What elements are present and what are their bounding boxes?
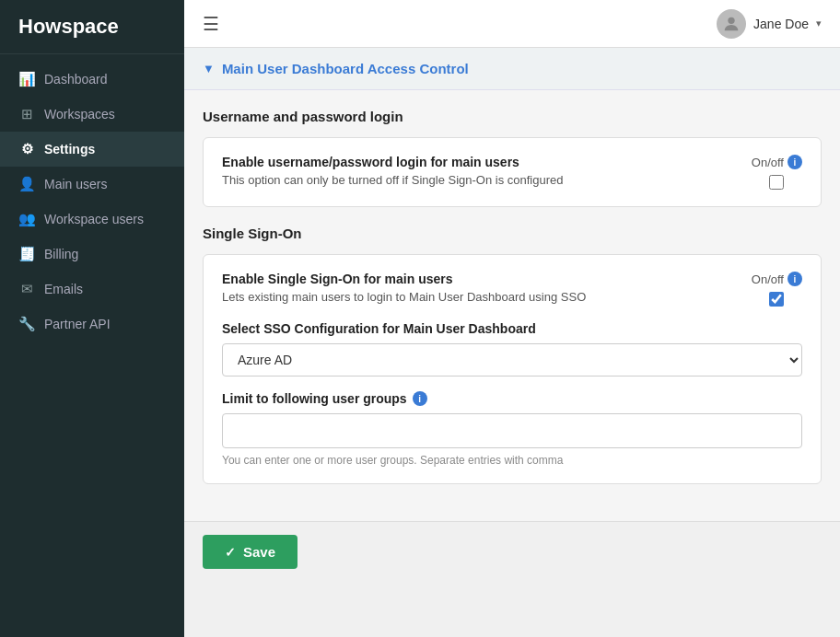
svg-point-0: [728, 17, 734, 23]
main-wrapper: ☰ Jane Doe ▾ ▼ Main User Dashboard Acces…: [184, 0, 840, 637]
sidebar-item-emails[interactable]: ✉ Emails: [0, 272, 184, 307]
sidebar-item-partner-api[interactable]: 🔧 Partner API: [0, 307, 184, 342]
limit-info-icon[interactable]: i: [413, 391, 427, 406]
sidebar-item-dashboard[interactable]: 📊 Dashboard: [0, 62, 184, 97]
sidebar-item-label: Main users: [44, 177, 107, 191]
sso-card-left: Enable Single Sign-On for main users Let…: [222, 272, 737, 304]
sso-enable-row: Enable Single Sign-On for main users Let…: [222, 272, 802, 307]
sidebar-item-label: Dashboard: [44, 72, 108, 87]
sidebar: Howspace 📊 Dashboard ⊞ Workspaces ⚙ Sett…: [0, 0, 184, 637]
sidebar-item-label: Partner API: [44, 317, 111, 331]
workspace-users-icon: 👥: [18, 211, 35, 227]
sso-info-icon[interactable]: i: [788, 272, 802, 286]
sso-enable-toggle[interactable]: [769, 292, 784, 307]
section-header: ▼ Main User Dashboard Access Control: [184, 48, 840, 90]
username-enable-title: Enable username/password login for main …: [222, 155, 737, 169]
username-card-right: On/off i: [752, 155, 802, 190]
sidebar-item-billing[interactable]: 🧾 Billing: [0, 237, 184, 272]
sso-card: Enable Single Sign-On for main users Let…: [203, 254, 822, 484]
username-section-title: Username and password login: [203, 109, 822, 124]
save-button[interactable]: ✓ Save: [203, 535, 298, 569]
dashboard-icon: 📊: [18, 71, 35, 87]
sso-section-title: Single Sign-On: [203, 226, 822, 241]
sidebar-item-settings[interactable]: ⚙ Settings: [0, 132, 184, 167]
sidebar-item-label: Workspaces: [44, 107, 115, 122]
main-users-icon: 👤: [18, 176, 35, 192]
username-on-off-label: On/off i: [752, 155, 802, 169]
sidebar-item-main-users[interactable]: 👤 Main users: [0, 167, 184, 202]
avatar: [717, 9, 746, 39]
page-body: Username and password login Enable usern…: [184, 90, 840, 521]
section-header-title: Main User Dashboard Access Control: [222, 61, 469, 76]
sso-enable-desc: Lets existing main users to login to Mai…: [222, 290, 737, 304]
username-card-row: Enable username/password login for main …: [222, 155, 802, 190]
username-enable-desc: This option can only be turned off if Si…: [222, 173, 737, 187]
billing-icon: 🧾: [18, 246, 35, 262]
save-icon: ✓: [225, 545, 236, 560]
user-groups-hint: You can enter one or more user groups. S…: [222, 454, 802, 467]
header: ☰ Jane Doe ▾: [184, 0, 840, 48]
sso-enable-title: Enable Single Sign-On for main users: [222, 272, 737, 286]
sso-config-select[interactable]: Azure AD Google SAML OKTA: [222, 343, 802, 376]
footer-bar: ✓ Save: [184, 521, 840, 582]
limit-label-row: Limit to following user groups i: [222, 391, 802, 406]
sidebar-item-label: Billing: [44, 247, 78, 261]
sidebar-item-label: Settings: [44, 142, 95, 156]
sidebar-item-workspaces[interactable]: ⊞ Workspaces: [0, 97, 184, 132]
save-label: Save: [243, 544, 275, 560]
app-logo: Howspace: [0, 0, 184, 54]
content-area: ▼ Main User Dashboard Access Control Use…: [184, 48, 840, 637]
username-card: Enable username/password login for main …: [203, 137, 822, 207]
username-info-icon[interactable]: i: [788, 155, 802, 169]
user-groups-input[interactable]: [222, 413, 802, 448]
username-card-left: Enable username/password login for main …: [222, 155, 737, 187]
chevron-down-icon: ▾: [816, 17, 822, 29]
content-inner: ▼ Main User Dashboard Access Control Use…: [184, 48, 840, 582]
sso-on-off-label: On/off i: [752, 272, 802, 286]
user-name: Jane Doe: [753, 17, 809, 31]
emails-icon: ✉: [18, 281, 35, 297]
user-menu[interactable]: Jane Doe ▾: [717, 9, 822, 39]
username-password-toggle[interactable]: [769, 175, 784, 190]
sso-sub-section: Select SSO Configuration for Main User D…: [222, 321, 802, 467]
workspaces-icon: ⊞: [18, 106, 35, 122]
partner-api-icon: 🔧: [18, 316, 35, 332]
hamburger-button[interactable]: ☰: [203, 13, 219, 35]
limit-label: Limit to following user groups: [222, 391, 407, 406]
sidebar-item-label: Emails: [44, 282, 83, 296]
settings-icon: ⚙: [18, 141, 35, 157]
sso-select-label: Select SSO Configuration for Main User D…: [222, 321, 802, 336]
sidebar-item-label: Workspace users: [44, 212, 144, 226]
sso-card-right: On/off i: [752, 272, 802, 307]
section-chevron-icon: ▼: [203, 62, 215, 75]
sidebar-item-workspace-users[interactable]: 👥 Workspace users: [0, 202, 184, 237]
sidebar-nav: 📊 Dashboard ⊞ Workspaces ⚙ Settings 👤 Ma…: [0, 54, 184, 637]
